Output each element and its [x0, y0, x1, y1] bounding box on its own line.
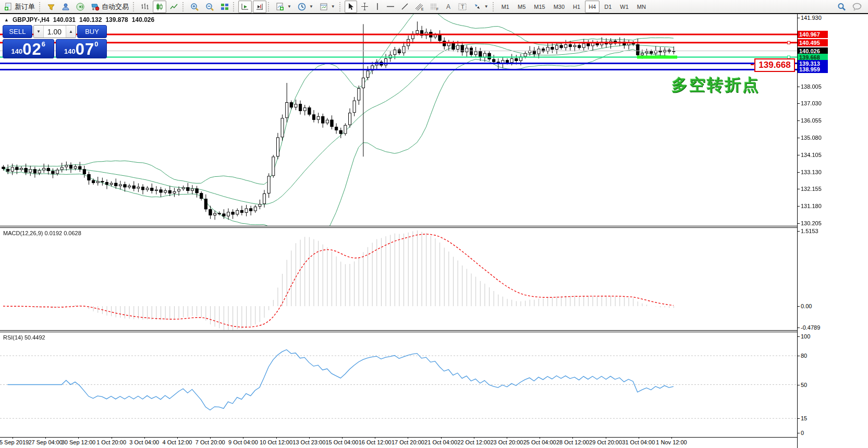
date-axis-label: 16 Oct 12:00 — [359, 439, 392, 445]
buy-button[interactable]: BUY — [77, 25, 107, 38]
line-chart-button[interactable] — [167, 1, 181, 13]
macd-pane-canvas[interactable] — [0, 228, 797, 330]
new-order-button[interactable]: 新订单 — [2, 1, 38, 13]
tf-m30-button[interactable]: M30 — [550, 1, 568, 13]
main-chart-canvas[interactable] — [0, 14, 797, 226]
zoom-in-button[interactable] — [188, 1, 202, 13]
new-order-icon — [4, 3, 13, 11]
trendline-tool-button[interactable] — [398, 1, 411, 13]
date-axis-tick — [408, 437, 408, 439]
one-click-trading-panel: SELL ▼ 1.00 ▲ BUY 140 02 6 140 07 0 — [3, 25, 107, 58]
sell-price-button[interactable]: 140 02 6 — [3, 39, 54, 58]
templates-button[interactable]: ▼ — [317, 1, 338, 13]
crosshair-tool-button[interactable] — [358, 1, 371, 13]
svg-text:T: T — [461, 4, 464, 10]
fibonacci-tool-button[interactable]: F — [427, 1, 442, 13]
chart-region: ▲ GBPJPY-,H4 140.031 140.132 139.878 140… — [0, 14, 868, 448]
auto-scroll-button[interactable] — [238, 1, 252, 13]
price-tag-value: 139.668 — [759, 60, 790, 70]
tf-d1-button[interactable]: D1 — [601, 1, 615, 13]
toolbar-grip — [233, 2, 237, 11]
periods-button[interactable]: ▼ — [295, 1, 316, 13]
sell-button[interactable]: SELL — [3, 25, 32, 38]
auto-trading-button[interactable]: 自动交易 — [88, 1, 131, 13]
search-icon — [837, 3, 846, 11]
text-label-tool-button[interactable]: T — [456, 1, 470, 13]
rsi-pane-canvas[interactable] — [0, 332, 797, 437]
price-level-label[interactable]: 138.959 — [798, 66, 828, 73]
symbol-timeframe: GBPJPY-,H4 — [13, 16, 50, 23]
cursor-tool-button[interactable] — [345, 1, 357, 13]
search-button[interactable] — [835, 1, 849, 13]
candlestick-chart-button[interactable] — [153, 1, 166, 13]
channel-tool-button[interactable]: E — [412, 1, 426, 13]
zoom-out-button[interactable] — [203, 1, 217, 13]
date-axis-label: 27 Sep 04:00 — [28, 439, 62, 445]
toolbar-grip — [493, 2, 496, 11]
tf-label: M30 — [554, 4, 565, 10]
date-axis-tick — [13, 437, 13, 439]
line-chart-icon — [170, 3, 178, 11]
rsi-axis-tick: 80 — [801, 353, 807, 359]
chart-shift-button[interactable] — [253, 1, 266, 13]
dropdown-caret-icon: ▼ — [484, 4, 488, 9]
arrows-tool-button[interactable]: ▼ — [471, 1, 491, 13]
svg-text:E: E — [421, 7, 424, 11]
price-axis-tick: 137.030 — [801, 100, 822, 106]
tf-label: W1 — [620, 4, 629, 10]
price-level-label[interactable]: 140.967 — [798, 31, 828, 38]
zoom-out-icon — [205, 3, 214, 11]
tile-windows-button[interactable] — [218, 1, 231, 13]
macd-axis-tick: 0.00 — [801, 303, 812, 309]
volume-increase-button[interactable]: ▲ — [66, 26, 76, 38]
date-axis-label: 1 Oct 20:00 — [96, 439, 126, 445]
price-axis-tick: 136.055 — [801, 117, 822, 124]
ohlc-low: 139.878 — [105, 16, 128, 23]
tf-label: M1 — [502, 4, 509, 10]
signals-button[interactable] — [74, 1, 87, 13]
date-axis-tick — [671, 437, 672, 439]
toolbar: 新订单 自动交易 ▼ ▼ ▼ E F — [0, 0, 868, 14]
date-axis-tick — [210, 437, 211, 439]
bar-chart-button[interactable] — [138, 1, 152, 13]
date-axis-label: 4 Oct 12:00 — [163, 439, 192, 445]
market-button[interactable] — [44, 1, 58, 13]
price-level-label[interactable]: 140.495 — [798, 39, 828, 46]
community-button[interactable] — [59, 1, 72, 13]
horizontal-line-tool-button[interactable] — [384, 1, 397, 13]
date-axis[interactable]: 25 Sep 201927 Sep 04:0030 Sep 12:001 Oct… — [0, 437, 797, 448]
volume-decrease-button[interactable]: ▼ — [34, 26, 44, 38]
tf-m5-button[interactable]: M5 — [514, 1, 529, 13]
volume-value[interactable]: 1.00 — [44, 26, 66, 38]
tf-label: M5 — [518, 4, 525, 10]
date-axis-label: 30 Sep 12:00 — [62, 439, 95, 445]
ohlc-open: 140.031 — [53, 16, 76, 23]
text-tool-button[interactable]: A — [443, 1, 455, 13]
price-axis-tick: 141.930 — [801, 15, 822, 21]
price-axis[interactable]: 140.967140.495140.026139.668139.313138.9… — [797, 14, 868, 448]
date-axis-label: 23 Oct 20:00 — [491, 439, 523, 445]
new-order-label: 新订单 — [15, 2, 35, 11]
tf-m1-button[interactable]: M1 — [498, 1, 513, 13]
date-axis-tick — [639, 437, 639, 439]
buy-price-button[interactable]: 140 07 0 — [56, 39, 107, 58]
tf-m15-button[interactable]: M15 — [530, 1, 548, 13]
tf-h4-button[interactable]: H4 — [585, 1, 600, 13]
tf-mn-button[interactable]: MN — [633, 1, 650, 13]
candlestick-chart-icon — [155, 3, 164, 11]
signals-icon — [76, 3, 84, 11]
date-axis-label: 3 Oct 04:00 — [129, 439, 159, 445]
price-tag-139668[interactable]: 139.668 — [754, 58, 795, 72]
vertical-line-tool-button[interactable] — [372, 1, 383, 13]
tf-label: D1 — [604, 4, 612, 10]
dropdown-caret-icon: ▼ — [309, 4, 313, 9]
tf-w1-button[interactable]: W1 — [616, 1, 632, 13]
date-axis-label: 31 Oct 04:00 — [622, 439, 655, 445]
price-axis-tick: 135.080 — [801, 135, 822, 141]
volume-stepper: ▼ 1.00 ▲ — [33, 25, 76, 38]
text-icon: A — [445, 3, 452, 10]
indicators-button[interactable]: ▼ — [273, 1, 294, 13]
chat-button[interactable] — [850, 1, 864, 13]
collapse-arrow-icon[interactable]: ▲ — [4, 17, 9, 22]
tf-h1-button[interactable]: H1 — [569, 1, 584, 13]
